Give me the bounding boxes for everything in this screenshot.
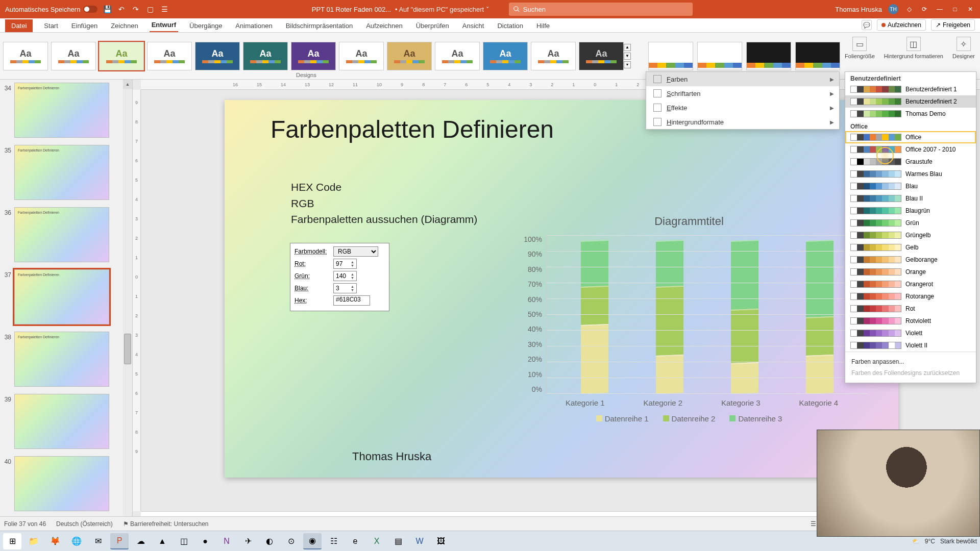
search-input[interactable]: Suchen bbox=[509, 3, 693, 16]
color-scheme-grün[interactable]: Grün bbox=[845, 217, 976, 229]
variants-menu-hintergrundformate[interactable]: Hintergrundformate▶ bbox=[646, 115, 839, 129]
tab-animationen[interactable]: Animationen bbox=[233, 19, 274, 32]
chart[interactable]: Diagrammtitel 100%90%80%70%60%50%40%30%2… bbox=[510, 215, 868, 434]
outlook-icon[interactable]: ✉ bbox=[89, 533, 107, 549]
variant-thumb-3[interactable] bbox=[795, 42, 840, 70]
g-spinner[interactable]: 140▲▼ bbox=[333, 271, 357, 281]
theme-thumb-6[interactable]: Aa bbox=[291, 42, 336, 70]
slide-author[interactable]: Thomas Hruska bbox=[352, 450, 431, 463]
variants-menu-schriftarten[interactable]: Schriftarten▶ bbox=[646, 86, 839, 101]
language-indicator[interactable]: Deutsch (Österreich) bbox=[56, 520, 113, 528]
variant-thumb-1[interactable] bbox=[697, 42, 742, 70]
comments-button[interactable]: 💬 bbox=[862, 20, 872, 30]
tab-überprüfen[interactable]: Überprüfen bbox=[414, 19, 451, 32]
excel-icon[interactable]: X bbox=[368, 533, 386, 549]
share-button[interactable]: ↗Freigeben bbox=[931, 19, 975, 31]
tab-aufzeichnen[interactable]: Aufzeichnen bbox=[364, 19, 405, 32]
slide-thumbnail-35[interactable]: Farbenpaletten Definieren bbox=[14, 145, 109, 200]
slide-canvas[interactable]: Farbenpaletten Definieren HEX CodeRGBFar… bbox=[225, 100, 898, 478]
slide-thumbnail-39[interactable] bbox=[14, 394, 109, 449]
minimize-icon[interactable]: — bbox=[935, 5, 944, 14]
color-scheme-office-2007---2010[interactable]: Office 2007 - 2010 bbox=[845, 143, 976, 156]
color-scheme-gelborange[interactable]: Gelborange bbox=[845, 254, 976, 266]
cloud-icon[interactable]: ◇ bbox=[904, 5, 914, 14]
slide-thumbnail-40[interactable] bbox=[14, 456, 109, 511]
autosave-toggle[interactable]: Automatisches Speichern bbox=[5, 6, 97, 13]
tab-zeichnen[interactable]: Zeichnen bbox=[109, 19, 140, 32]
theme-thumb-0[interactable]: Aa bbox=[3, 42, 48, 70]
theme-gallery[interactable]: AaAaAaAaAaAaAaAaAaAaAaAaAa bbox=[3, 42, 624, 70]
scroll-up-icon[interactable]: ▲ bbox=[624, 44, 631, 51]
scrollbar-thumb[interactable] bbox=[124, 334, 131, 364]
slide-body-text[interactable]: HEX CodeRGBFarbenpaletten aussuchen (Dia… bbox=[291, 179, 477, 228]
color-scheme-blaugrün[interactable]: Blaugrün bbox=[845, 205, 976, 217]
record-button[interactable]: Aufzeichnen bbox=[877, 19, 926, 31]
sync-icon[interactable]: ⟳ bbox=[920, 5, 929, 14]
color-scheme-orange[interactable]: Orange bbox=[845, 266, 976, 278]
edge-icon[interactable]: e bbox=[346, 533, 364, 549]
present-icon[interactable]: ▢ bbox=[145, 5, 155, 14]
slide-size-button[interactable]: ▭Foliengröße bbox=[845, 37, 875, 59]
b-spinner[interactable]: 3▲▼ bbox=[333, 283, 357, 293]
app-icon-1[interactable]: ☁ bbox=[132, 533, 150, 549]
redo-icon[interactable]: ↷ bbox=[131, 5, 140, 14]
color-scheme-blau-ii[interactable]: Blau II bbox=[845, 192, 976, 205]
slide-thumbnail-36[interactable]: Farbenpaletten Definieren bbox=[14, 207, 109, 262]
tab-einfügen[interactable]: Einfügen bbox=[69, 19, 100, 32]
color-scheme-violett[interactable]: Violett bbox=[845, 327, 976, 339]
powerpoint-icon[interactable]: P bbox=[110, 533, 129, 549]
slide-thumbnail-38[interactable]: Farbenpaletten Definieren bbox=[14, 332, 109, 387]
color-scheme-office[interactable]: Office bbox=[845, 131, 976, 143]
theme-thumb-11[interactable]: Aa bbox=[531, 42, 576, 70]
color-scheme-gelb[interactable]: Gelb bbox=[845, 241, 976, 254]
tab-übergänge[interactable]: Übergänge bbox=[187, 19, 224, 32]
explorer-icon[interactable]: 📁 bbox=[24, 533, 43, 549]
theme-thumb-4[interactable]: Aa bbox=[195, 42, 240, 70]
color-scheme-benutzerdefiniert-2[interactable]: Benutzerdefiniert 2 bbox=[845, 95, 976, 108]
variant-thumb-2[interactable] bbox=[746, 42, 791, 70]
color-scheme-rot[interactable]: Rot bbox=[845, 303, 976, 315]
accessibility-indicator[interactable]: ⚑ Barrierefreiheit: Untersuchen bbox=[123, 520, 209, 528]
user-avatar[interactable]: TH bbox=[888, 4, 898, 14]
theme-thumb-8[interactable]: Aa bbox=[387, 42, 432, 70]
customize-colors-option[interactable]: Farben anpassen... bbox=[851, 356, 970, 367]
hex-field[interactable]: #618C03 bbox=[333, 295, 370, 306]
slide-thumbnail-37[interactable]: Farbenpaletten Definieren bbox=[14, 269, 109, 324]
theme-thumb-1[interactable]: Aa bbox=[51, 42, 96, 70]
theme-thumb-3[interactable]: Aa bbox=[147, 42, 192, 70]
color-scheme-rotorange[interactable]: Rotorange bbox=[845, 290, 976, 303]
color-scheme-blau[interactable]: Blau bbox=[845, 180, 976, 192]
theme-thumb-2[interactable]: Aa bbox=[99, 42, 144, 70]
chrome-icon[interactable]: 🌐 bbox=[67, 533, 86, 549]
color-scheme-rotviolett[interactable]: Rotviolett bbox=[845, 315, 976, 327]
variant-gallery[interactable] bbox=[648, 42, 840, 70]
toggle-switch[interactable] bbox=[83, 6, 97, 13]
theme-thumb-10[interactable]: Aa bbox=[483, 42, 528, 70]
save-icon[interactable]: 💾 bbox=[103, 5, 112, 14]
user-name[interactable]: Thomas Hruska bbox=[835, 6, 882, 13]
app-icon-7[interactable]: ▤ bbox=[389, 533, 407, 549]
scroll-up-icon[interactable]: ▲ bbox=[123, 80, 132, 89]
onenote-icon[interactable]: N bbox=[217, 533, 236, 549]
word-icon[interactable]: W bbox=[410, 533, 429, 549]
file-name[interactable]: PPT 01 Roter Faden 002... bbox=[312, 6, 391, 13]
color-scheme-violett-ii[interactable]: Violett II bbox=[845, 339, 976, 352]
variant-thumb-0[interactable] bbox=[648, 42, 693, 70]
app-icon-5[interactable]: ⊙ bbox=[282, 533, 300, 549]
tab-datei[interactable]: Datei bbox=[5, 19, 33, 32]
designer-button[interactable]: ✧Designer bbox=[952, 37, 975, 59]
vlc-icon[interactable]: ▲ bbox=[153, 533, 172, 549]
color-scheme-warmes-blau[interactable]: Warmes Blau bbox=[845, 168, 976, 180]
theme-gallery-more[interactable]: ▲ ▼ ▾ bbox=[624, 42, 633, 70]
app-icon-4[interactable]: ◐ bbox=[260, 533, 279, 549]
theme-thumb-7[interactable]: Aa bbox=[339, 42, 384, 70]
tab-bildschirmpräsentation[interactable]: Bildschirmpräsentation bbox=[284, 19, 355, 32]
app-icon-6[interactable]: ☷ bbox=[325, 533, 343, 549]
format-background-button[interactable]: ◫Hintergrund formatieren bbox=[884, 37, 943, 59]
scroll-down-icon[interactable]: ▼ bbox=[624, 53, 631, 60]
tab-hilfe[interactable]: Hilfe bbox=[534, 19, 552, 32]
color-scheme-orangerot[interactable]: Orangerot bbox=[845, 278, 976, 290]
slide-thumbnail-34[interactable]: Farbenpaletten Definieren bbox=[14, 83, 109, 138]
theme-thumb-5[interactable]: Aa bbox=[243, 42, 288, 70]
variants-menu-farben[interactable]: Farben▶ bbox=[646, 72, 839, 86]
